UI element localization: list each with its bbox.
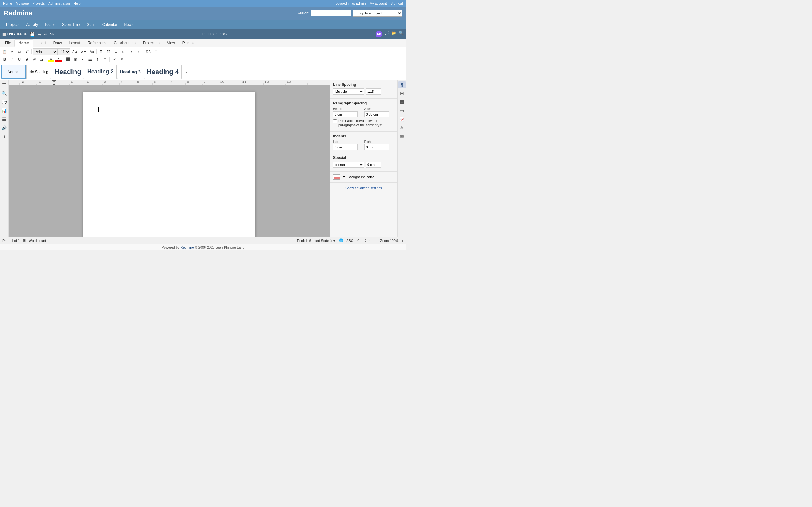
para-marks-btn[interactable]: ¶ xyxy=(94,56,101,63)
superscript-btn[interactable]: x² xyxy=(31,56,38,63)
special-offset-input[interactable] xyxy=(366,162,381,168)
shading-btn[interactable]: ◫ xyxy=(101,56,108,63)
tab-collaboration[interactable]: Collaboration xyxy=(110,40,139,46)
line-spacing-value-input[interactable] xyxy=(366,89,381,95)
highlight-color-btn[interactable]: A xyxy=(48,56,54,63)
left-panel-nav-icon[interactable]: ☰ xyxy=(1,116,8,123)
left-panel-search-icon[interactable]: 🔍 xyxy=(1,90,8,97)
tab-view[interactable]: View xyxy=(163,40,179,46)
nav-help[interactable]: Help xyxy=(73,2,81,5)
font-family-select[interactable]: Arial xyxy=(33,48,57,55)
align-right-btn[interactable]: ▪ xyxy=(79,56,86,63)
cut-btn[interactable]: ✂ xyxy=(9,48,15,55)
italic-btn[interactable]: I xyxy=(9,56,15,63)
no-interval-checkbox[interactable] xyxy=(333,119,337,123)
nav-gantt[interactable]: Gantt xyxy=(83,20,98,29)
nav-activity[interactable]: Activity xyxy=(23,20,41,29)
search-input[interactable] xyxy=(311,10,351,16)
style-heading1[interactable]: Heading xyxy=(52,65,84,79)
style-heading2[interactable]: Heading 2 xyxy=(85,65,116,79)
show-advanced-settings-link[interactable]: Show advanced settings xyxy=(333,185,394,191)
tab-file[interactable]: File xyxy=(1,40,14,46)
bg-color-swatch[interactable] xyxy=(333,174,341,180)
multilevel-list-btn[interactable]: ≡ xyxy=(113,48,119,55)
after-value-input[interactable] xyxy=(364,111,389,117)
tab-layout[interactable]: Layout xyxy=(65,40,84,46)
align-left-btn[interactable]: ⬛ xyxy=(64,56,71,63)
font-size-select[interactable]: 11 xyxy=(58,48,70,55)
style-no-spacing[interactable]: No Spacing xyxy=(27,65,51,79)
page-area[interactable] xyxy=(9,86,330,237)
nav-projects-main[interactable]: Projects xyxy=(3,20,22,29)
increase-indent-btn[interactable]: ⇥ xyxy=(128,48,134,55)
bold-btn[interactable]: B xyxy=(1,56,8,63)
sign-out-link[interactable]: Sign out xyxy=(391,2,403,5)
before-value-input[interactable] xyxy=(333,111,358,117)
nav-calendar[interactable]: Calendar xyxy=(99,20,120,29)
font-shrink-btn[interactable]: A▼ xyxy=(80,48,88,55)
format-painter-btn[interactable]: 🖌 xyxy=(23,48,30,55)
redo-icon[interactable]: ↪ xyxy=(50,32,54,37)
tab-draw[interactable]: Draw xyxy=(50,40,65,46)
nav-administration[interactable]: Administration xyxy=(48,2,70,5)
fullscreen-icon[interactable]: ⛶ xyxy=(385,31,389,38)
right-mail-merge-icon[interactable]: ✉ xyxy=(398,133,406,140)
track-changes-status-icon[interactable]: ✓ xyxy=(356,238,359,242)
right-image-icon[interactable]: 🖼 xyxy=(398,98,406,106)
left-panel-file-icon[interactable]: ☰ xyxy=(1,81,8,89)
style-normal[interactable]: Normal xyxy=(1,65,26,79)
fit-page-icon[interactable]: ⛶ xyxy=(362,239,366,242)
open-location-icon[interactable]: 📂 xyxy=(391,31,396,38)
line-spacing-type-select[interactable]: Multiple xyxy=(333,89,364,95)
left-panel-chart-icon[interactable]: 📊 xyxy=(1,107,8,114)
special-type-select[interactable]: (none) xyxy=(333,162,364,168)
right-table-icon[interactable]: ⊞ xyxy=(398,90,406,97)
line-spacing-btn[interactable]: ↕ xyxy=(135,48,142,55)
styles-expand-btn[interactable]: ⌄ xyxy=(183,65,189,79)
word-count-label[interactable]: Word count xyxy=(29,239,46,242)
tab-insert[interactable]: Insert xyxy=(33,40,50,46)
decrease-indent-btn[interactable]: ⇤ xyxy=(120,48,127,55)
zoom-out-btn[interactable]: − xyxy=(375,239,377,242)
right-chart-icon[interactable]: 📈 xyxy=(398,116,406,123)
word-count-icon[interactable]: ⊟ xyxy=(23,238,26,242)
language-select[interactable]: English (United States) ▼ xyxy=(297,239,336,242)
indent-right-input[interactable] xyxy=(364,144,389,150)
nav-news[interactable]: News xyxy=(121,20,137,29)
nav-projects[interactable]: Projects xyxy=(33,2,45,5)
bg-color-dropdown[interactable]: ▼ xyxy=(342,175,346,179)
numbered-list-btn[interactable]: ☷ xyxy=(105,48,112,55)
paste-btn[interactable]: 📋 xyxy=(1,48,8,55)
spell-check-icon[interactable]: ABC xyxy=(346,239,353,242)
left-panel-info-icon[interactable]: ℹ xyxy=(1,133,8,140)
my-account-link[interactable]: My account xyxy=(369,2,387,5)
mail-merge-btn[interactable]: ✉ xyxy=(118,56,125,63)
underline-btn[interactable]: U xyxy=(16,56,23,63)
tab-plugins[interactable]: Plugins xyxy=(179,40,198,46)
language-globe-icon[interactable]: 🌐 xyxy=(339,238,343,242)
justify-btn[interactable]: ▬ xyxy=(87,56,94,63)
right-textbox-icon[interactable]: ▭ xyxy=(398,107,406,114)
tab-protection[interactable]: Protection xyxy=(139,40,163,46)
align-center-btn[interactable]: ▣ xyxy=(72,56,79,63)
redmine-footer-link[interactable]: Redmine xyxy=(181,245,194,249)
left-panel-comment-icon[interactable]: 💬 xyxy=(1,98,8,106)
style-heading3[interactable]: Heading 3 xyxy=(117,65,143,79)
subscript-btn[interactable]: x₂ xyxy=(38,56,45,63)
undo-icon[interactable]: ↩ xyxy=(44,32,48,37)
nav-issues[interactable]: Issues xyxy=(42,20,58,29)
font-color-btn[interactable]: A xyxy=(55,56,62,63)
copy-btn[interactable]: ⧉ xyxy=(16,48,23,55)
indent-left-input[interactable] xyxy=(333,144,358,150)
project-jump-select[interactable]: Jump to a project... xyxy=(353,10,402,16)
clear-formatting-btn[interactable]: ✗A xyxy=(144,48,152,55)
nav-spent-time[interactable]: Spent time xyxy=(59,20,83,29)
font-grow-btn[interactable]: A▲ xyxy=(71,48,79,55)
track-changes-btn[interactable]: ✓ xyxy=(111,56,118,63)
save-to-cloud-icon[interactable]: 💾 xyxy=(30,32,35,37)
zoom-in-btn[interactable]: + xyxy=(402,239,404,242)
left-panel-speaker-icon[interactable]: 🔊 xyxy=(1,124,8,131)
right-text-art-icon[interactable]: A xyxy=(398,124,406,131)
insert-table-btn[interactable]: ⊞ xyxy=(153,48,159,55)
right-para-icon[interactable]: ¶ xyxy=(398,81,406,89)
